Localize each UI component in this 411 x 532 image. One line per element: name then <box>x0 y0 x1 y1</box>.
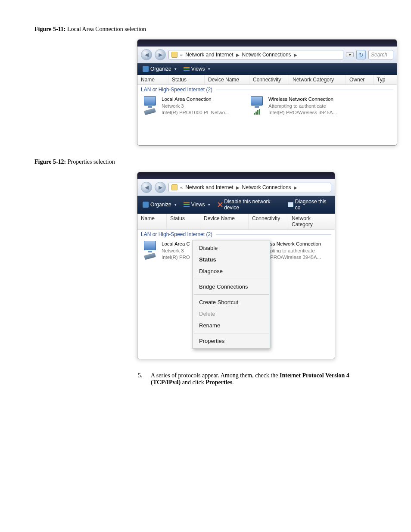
menu-separator <box>194 333 269 333</box>
breadcrumb-item-1[interactable]: Network and Internet <box>185 184 233 190</box>
conn-device: Intel(R) PRO/1000 PL Netwo... <box>162 109 229 116</box>
breadcrumb[interactable]: « Network and Internet ▶ Network Connect… <box>168 50 343 59</box>
diagnose-button[interactable]: Diagnose this co <box>286 198 331 212</box>
col-connectivity[interactable]: Connectivity <box>249 75 289 84</box>
folder-icon <box>171 52 177 58</box>
views-icon <box>184 202 190 207</box>
cm-disable[interactable]: Disable <box>193 242 270 254</box>
titlebar <box>137 40 397 47</box>
figure-5-11-caption: Figure 5-11: Local Area Connection selec… <box>34 26 385 33</box>
conn-name: Local Area Connection <box>162 96 229 103</box>
step-number: 5. <box>138 372 147 386</box>
chevron-right-icon: ▶ <box>236 53 240 57</box>
col-type[interactable]: Typ <box>374 75 397 84</box>
titlebar <box>137 172 335 179</box>
connection-item-lan[interactable]: Local Area C Network 3 Intel(R) PRO <box>141 241 193 261</box>
col-category[interactable]: Network Category <box>288 214 335 229</box>
nav-forward-button[interactable]: ▶ <box>155 182 166 193</box>
window-network-connections-1: ◀ ▶ « Network and Internet ▶ Network Con… <box>137 39 397 146</box>
lan-connection-icon <box>141 241 159 261</box>
conn-name: ss Network Connection <box>270 241 321 248</box>
views-button[interactable]: Views <box>182 201 212 208</box>
conn-status: Network 3 <box>162 248 190 255</box>
wifi-signal-icon <box>254 109 260 115</box>
content-area: LAN or High-Speed Internet (2) Local Are… <box>137 85 397 145</box>
breadcrumb-chevrons: « <box>180 52 183 57</box>
disable-device-button[interactable]: Disable this network device <box>215 198 283 212</box>
fig-label: Figure 5-12: <box>34 159 66 165</box>
cm-status[interactable]: Status <box>193 254 270 265</box>
organize-icon <box>143 66 149 72</box>
conn-device: Intel(R) PRO <box>162 254 190 261</box>
chevron-right-icon: ▶ <box>294 185 297 190</box>
views-button[interactable]: Views <box>182 65 212 73</box>
col-name[interactable]: Name <box>137 214 167 229</box>
breadcrumb[interactable]: « Network and Internet ▶ Network Connect… <box>168 183 331 192</box>
wifi-connection-icon <box>248 96 266 116</box>
col-name[interactable]: Name <box>137 75 168 84</box>
fig-label: Figure 5-11: <box>34 26 65 32</box>
group-header[interactable]: LAN or High-Speed Internet (2) <box>137 230 335 239</box>
breadcrumb-chevrons: « <box>180 185 183 190</box>
folder-icon <box>171 184 177 190</box>
conn-status: Network 3 <box>162 103 229 110</box>
diagnose-icon <box>288 202 293 207</box>
conn-device: Intel(R) PRO/Wireless 3945A... <box>268 109 337 116</box>
cable-icon <box>144 108 156 115</box>
command-bar: Organize Views Disable this network devi… <box>137 196 335 214</box>
connection-item-lan[interactable]: Local Area Connection Network 3 Intel(R)… <box>141 96 236 116</box>
conn-name: Wireless Network Connection <box>268 96 337 103</box>
step-5-text: 5. A series of protocols appear. Among t… <box>138 372 379 386</box>
organize-icon <box>143 202 149 208</box>
cable-icon <box>144 253 156 260</box>
col-device[interactable]: Device Name <box>205 75 249 84</box>
cm-rename[interactable]: Rename <box>193 320 270 331</box>
conn-status: pting to authenticate <box>270 248 321 255</box>
col-status[interactable]: Status <box>167 214 200 229</box>
column-headers: Name Status Device Name Connectivity Net… <box>137 214 335 230</box>
cm-bridge[interactable]: Bridge Connections <box>193 281 270 292</box>
nav-back-button[interactable]: ◀ <box>141 49 152 60</box>
disable-icon <box>217 202 223 208</box>
group-header[interactable]: LAN or High-Speed Internet (2) <box>137 85 397 94</box>
figure-5-12-caption: Figure 5-12: Properties selection <box>34 159 385 165</box>
col-category[interactable]: Network Category <box>289 75 346 84</box>
step-content: A series of protocols appear. Among them… <box>151 372 379 386</box>
breadcrumb-item-2[interactable]: Network Connections <box>242 52 291 58</box>
window-network-connections-2: ◀ ▶ « Network and Internet ▶ Network Con… <box>137 172 335 359</box>
conn-name: Local Area C <box>162 241 190 248</box>
address-dropdown-button[interactable]: ▾ <box>346 52 354 57</box>
menu-separator <box>194 294 269 295</box>
lan-connection-icon <box>141 96 159 116</box>
col-connectivity[interactable]: Connectivity <box>249 214 288 229</box>
col-device[interactable]: Device Name <box>200 214 249 229</box>
chevron-right-icon: ▶ <box>236 185 240 190</box>
conn-status: Attempting to authenticate <box>268 103 337 110</box>
connection-item-wifi[interactable]: Wireless Network Connection Attempting t… <box>248 96 342 116</box>
address-bar-row: ◀ ▶ « Network and Internet ▶ Network Con… <box>137 179 335 196</box>
connection-item-wifi-partial[interactable]: ss Network Connection pting to authentic… <box>270 241 335 261</box>
col-owner[interactable]: Owner <box>346 75 374 84</box>
organize-button[interactable]: Organize <box>141 201 178 208</box>
cm-diagnose[interactable]: Diagnose <box>193 265 270 277</box>
column-headers: Name Status Device Name Connectivity Net… <box>137 75 397 85</box>
address-bar-row: ◀ ▶ « Network and Internet ▶ Network Con… <box>137 47 397 63</box>
menu-separator <box>194 279 269 279</box>
organize-button[interactable]: Organize <box>141 65 178 73</box>
refresh-button[interactable]: ↻ <box>356 50 366 59</box>
cm-properties[interactable]: Properties <box>193 335 270 347</box>
command-bar: Organize Views <box>137 63 397 75</box>
conn-device: PRO/Wireless 3945A... <box>270 254 321 261</box>
fig-text: Properties selection <box>68 159 115 165</box>
fig-text: Local Area Connection selection <box>67 26 146 32</box>
cm-shortcut[interactable]: Create Shortcut <box>193 296 270 308</box>
cm-delete[interactable]: Delete <box>193 308 270 320</box>
breadcrumb-item-1[interactable]: Network and Internet <box>185 52 233 58</box>
nav-back-button[interactable]: ◀ <box>141 182 152 193</box>
breadcrumb-item-2[interactable]: Network Connections <box>242 184 291 190</box>
content-area: LAN or High-Speed Internet (2) Local Are… <box>137 230 335 359</box>
chevron-right-icon: ▶ <box>294 53 297 57</box>
search-input[interactable]: Search <box>368 50 393 59</box>
nav-forward-button[interactable]: ▶ <box>155 49 166 60</box>
col-status[interactable]: Status <box>168 75 205 84</box>
